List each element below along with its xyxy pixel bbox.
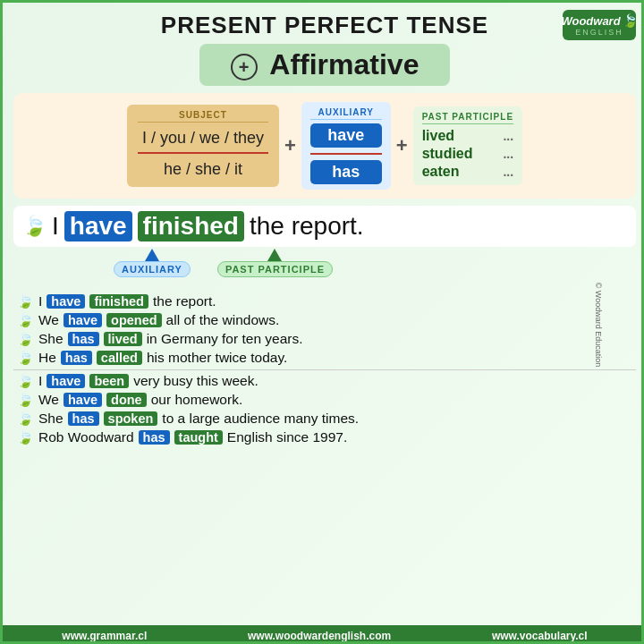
pp-studied: studied ... <box>422 146 513 162</box>
s-pronoun-6: We <box>38 392 59 408</box>
pp-eaten: eaten ... <box>422 164 513 180</box>
main-container: PRESENT PERFECT TENSE Woodward 🍃 ENGLISH… <box>3 3 644 644</box>
auxiliary-box: AUXILIARY have has <box>301 102 391 190</box>
sentence-3: 🍃 She has lived in Germany for ten years… <box>17 331 632 347</box>
example-sentence: 🍃 I have finished the report. <box>13 206 636 247</box>
aux-arrow-up <box>145 249 159 261</box>
s-verb-8: taught <box>174 430 223 445</box>
footer-link-1[interactable]: www.grammar.cl <box>62 630 147 642</box>
s-leaf-2: 🍃 <box>17 312 34 328</box>
s-verb-7: spoken <box>104 411 158 426</box>
sentence-6: 🍃 We have done our homework. <box>17 392 632 408</box>
example-leaf-icon: 🍃 <box>22 215 47 238</box>
sentence-list-1: 🍃 I have finished the report. 🍃 We have … <box>13 293 636 366</box>
s-have-8: has <box>139 430 170 445</box>
logo-leaf-icon: 🍃 <box>623 13 638 28</box>
sentence-5: 🍃 I have been very busy this week. <box>17 373 632 389</box>
logo-english: ENGLISH <box>569 28 630 37</box>
s-pronoun-8: Rob Woodward <box>38 429 134 445</box>
divider <box>13 369 636 370</box>
aux-arrow-block: AUXILIARY <box>114 249 191 277</box>
past-participle-box: PAST PARTICIPLE lived ... studied ... ea… <box>413 106 522 185</box>
s-pronoun-4: He <box>38 350 56 366</box>
s-rest-6: our homework. <box>151 392 243 408</box>
plus-between-aux-pp: + <box>396 134 408 157</box>
aux-arrow-label: AUXILIARY <box>114 261 191 277</box>
s-have-5: have <box>47 374 85 388</box>
s-verb-2: opened <box>106 313 162 327</box>
aux-has: has <box>310 160 382 184</box>
pp-arrow-block: PAST PARTICIPLE <box>217 249 333 277</box>
pp-lived: lived ... <box>422 128 513 144</box>
s-rest-1: the report. <box>153 293 216 309</box>
footer-link-3[interactable]: www.vocabulary.cl <box>492 630 588 642</box>
s-rest-4: his mother twice today. <box>147 350 287 366</box>
plus-symbol: + <box>231 54 258 80</box>
example-pronoun: I <box>52 212 59 241</box>
past-participle-label: PAST PARTICIPLE <box>422 112 513 124</box>
aux-have: have <box>310 123 382 148</box>
s-pronoun-7: She <box>38 411 64 427</box>
example-finished: finished <box>138 211 244 242</box>
s-leaf-8: 🍃 <box>17 429 34 445</box>
subject-label: SUBJECT <box>138 110 268 123</box>
s-have-4: has <box>61 351 92 365</box>
s-rest-7: to a large audience many times. <box>162 411 359 427</box>
s-leaf-5: 🍃 <box>17 373 34 389</box>
s-leaf-7: 🍃 <box>17 411 34 427</box>
s-have-6: have <box>64 393 102 407</box>
example-have: have <box>64 211 132 242</box>
sentence-7: 🍃 She has spoken to a large audience man… <box>17 411 632 427</box>
example-rest: the report. <box>250 212 364 241</box>
pp-eaten-text: eaten <box>422 164 460 180</box>
sentence-8: 🍃 Rob Woodward has taught English since … <box>17 429 632 445</box>
pp-arrow-up <box>267 249 282 261</box>
auxiliary-label: AUXILIARY <box>310 107 382 120</box>
s-have-1: have <box>47 294 85 309</box>
subject-rows: I / you / we / they he / she / it <box>138 126 268 182</box>
s-leaf-3: 🍃 <box>17 331 34 347</box>
s-have-2: have <box>64 313 102 327</box>
s-verb-3: lived <box>104 332 142 346</box>
sentence-1: 🍃 I have finished the report. <box>17 293 632 309</box>
subject-box: SUBJECT I / you / we / they he / she / i… <box>127 105 279 187</box>
pp-dots-3: ... <box>503 165 513 179</box>
auxiliary-rows: have has <box>310 123 382 184</box>
affirmative-text: + Affirmative <box>231 48 419 80</box>
copyright: © Woodward Education <box>595 283 604 368</box>
s-rest-8: English since 1997. <box>227 429 347 445</box>
s-rest-3: in Germany for ten years. <box>147 331 303 347</box>
s-pronoun-5: I <box>38 373 42 389</box>
affirmative-label: Affirmative <box>269 48 419 80</box>
page-title: PRESENT PERFECT TENSE <box>87 12 563 39</box>
s-verb-1: finished <box>89 294 148 309</box>
header: PRESENT PERFECT TENSE Woodward 🍃 ENGLISH <box>13 10 636 40</box>
s-leaf-4: 🍃 <box>17 350 34 366</box>
subject-row-1: I / you / we / they <box>138 126 268 154</box>
footer: www.grammar.cl www.woodwardenglish.com w… <box>3 625 644 644</box>
pp-dots-2: ... <box>503 147 513 161</box>
logo-woodward: Woodward <box>561 14 620 28</box>
sentence-4: 🍃 He has called his mother twice today. <box>17 350 632 366</box>
logo: Woodward 🍃 ENGLISH <box>563 10 636 40</box>
subject-row-2: he / she / it <box>138 157 268 182</box>
s-have-3: has <box>68 332 99 346</box>
s-have-7: has <box>68 411 99 426</box>
s-verb-5: been <box>89 374 129 388</box>
pp-arrow-label: PAST PARTICIPLE <box>217 261 333 277</box>
footer-link-2[interactable]: www.woodwardenglish.com <box>248 630 391 642</box>
s-verb-4: called <box>97 351 142 365</box>
arrows-row: AUXILIARY PAST PARTICIPLE <box>13 249 636 288</box>
pp-rows: lived ... studied ... eaten ... <box>422 128 513 180</box>
pp-lived-text: lived <box>422 128 454 144</box>
affirmative-banner: + Affirmative <box>199 44 450 86</box>
sentence-list-2: 🍃 I have been very busy this week. 🍃 We … <box>13 373 636 445</box>
grammar-table: SUBJECT I / you / we / they he / she / i… <box>13 93 636 199</box>
s-rest-2: all of the windows. <box>166 312 280 328</box>
sentence-2: 🍃 We have opened all of the windows. <box>17 312 632 328</box>
pp-studied-text: studied <box>422 146 473 162</box>
s-verb-6: done <box>106 393 147 407</box>
plus-between-subj-aux: + <box>284 134 296 157</box>
pp-dots-1: ... <box>503 129 513 143</box>
s-leaf-1: 🍃 <box>17 293 34 309</box>
